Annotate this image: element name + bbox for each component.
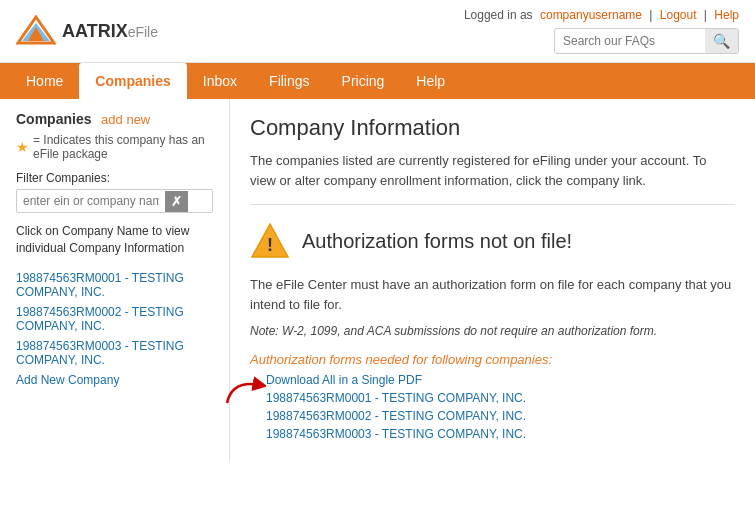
filter-label: Filter Companies: [16,171,213,185]
nav-filings[interactable]: Filings [253,63,325,99]
help-link[interactable]: Help [714,8,739,22]
auth-company-link-2[interactable]: 198874563RM0002 - TESTING COMPANY, INC. [266,409,735,423]
auth-needed-label: Authorization forms needed for following… [250,352,735,367]
filter-input[interactable] [17,190,165,212]
auth-links-area: Download All in a Single PDF 198874563RM… [266,373,735,441]
company-link-2[interactable]: 198874563RM0002 - TESTING COMPANY, INC. [16,305,213,333]
warning-title: Authorization forms not on file! [302,230,572,253]
divider [250,204,735,205]
nav-pricing[interactable]: Pricing [326,63,401,99]
download-pdf-link[interactable]: Download All in a Single PDF [266,373,735,387]
auth-company-link-1[interactable]: 198874563RM0001 - TESTING COMPANY, INC. [266,391,735,405]
star-icon: ★ [16,139,29,155]
top-right-area: Logged in as companyusername | Logout | … [460,8,739,54]
login-info: Logged in as companyusername | Logout | … [460,8,739,22]
efile-indicator: ★ = Indicates this company has an eFile … [16,133,213,161]
click-instruction: Click on Company Name to view individual… [16,223,213,257]
nav-companies[interactable]: Companies [79,63,186,99]
add-new-company-link[interactable]: Add New Company [16,373,213,387]
search-bar: 🔍 [554,28,739,54]
nav-bar: Home Companies Inbox Filings Pricing Hel… [0,63,755,99]
add-new-link[interactable]: add new [101,112,150,127]
logout-link[interactable]: Logout [660,8,697,22]
sidebar-title: Companies [16,111,91,127]
page-title: Company Information [250,115,735,141]
logo-text: AATRIXeFile [62,21,158,42]
main-content: Companies add new ★ = Indicates this com… [0,99,755,461]
logo-area: AATRIXeFile [16,15,158,47]
red-arrow-icon [222,375,266,405]
company-link-3[interactable]: 198874563RM0003 - TESTING COMPANY, INC. [16,339,213,367]
svg-text:!: ! [267,235,273,255]
company-link-1[interactable]: 198874563RM0001 - TESTING COMPANY, INC. [16,271,213,299]
top-header: AATRIXeFile Logged in as companyusername… [0,0,755,63]
warning-note: Note: W-2, 1099, and ACA submissions do … [250,324,735,338]
warning-body: The eFile Center must have an authorizat… [250,275,735,314]
company-info-desc: The companies listed are currently regis… [250,151,735,190]
sidebar-header: Companies add new [16,111,213,127]
filter-section: Filter Companies: ✗ [16,171,213,213]
filter-input-wrapper: ✗ [16,189,213,213]
warning-box: ! Authorization forms not on file! [250,221,735,261]
sidebar: Companies add new ★ = Indicates this com… [0,99,230,461]
warning-icon: ! [250,221,290,261]
username-link[interactable]: companyusername [540,8,642,22]
search-input[interactable] [555,30,705,52]
auth-company-link-3[interactable]: 198874563RM0003 - TESTING COMPANY, INC. [266,427,735,441]
filter-clear-button[interactable]: ✗ [165,191,188,212]
nav-home[interactable]: Home [10,63,79,99]
search-button[interactable]: 🔍 [705,29,738,53]
nav-help[interactable]: Help [400,63,461,99]
aatrix-logo-icon [16,15,56,47]
nav-inbox[interactable]: Inbox [187,63,253,99]
company-links-list: 198874563RM0001 - TESTING COMPANY, INC. … [16,271,213,367]
right-content: Company Information The companies listed… [230,99,755,461]
